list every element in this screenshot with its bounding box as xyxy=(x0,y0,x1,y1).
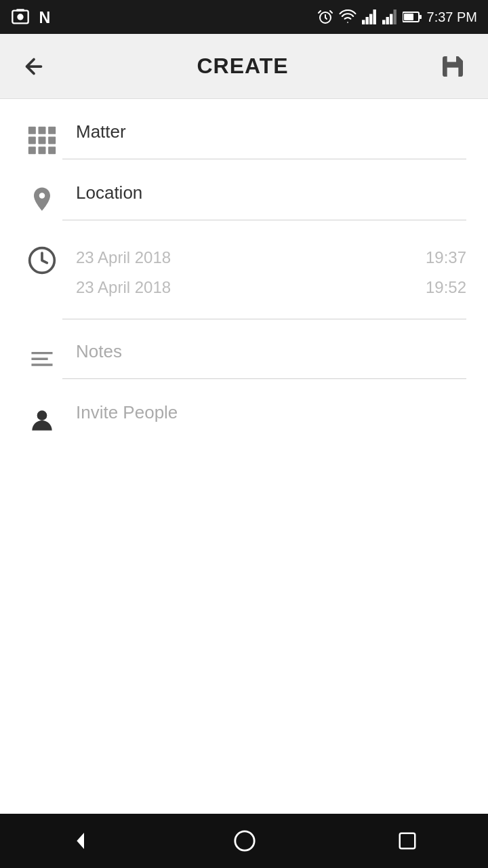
back-arrow-icon xyxy=(22,54,46,79)
n-icon: N xyxy=(37,7,56,26)
invite-input-area[interactable]: Invite People xyxy=(62,402,466,439)
notes-placeholder: Notes xyxy=(76,341,122,361)
matter-input-area[interactable]: Matter xyxy=(62,121,466,159)
svg-rect-12 xyxy=(393,9,396,24)
start-date: 23 April 2018 xyxy=(76,248,171,267)
svg-rect-11 xyxy=(390,14,392,24)
page-title: CREATE xyxy=(197,54,288,79)
svg-rect-24 xyxy=(48,146,56,154)
svg-rect-15 xyxy=(420,15,422,19)
matter-row[interactable]: Matter xyxy=(0,99,488,160)
svg-rect-18 xyxy=(48,127,56,134)
save-button[interactable] xyxy=(434,47,472,85)
svg-point-1 xyxy=(17,14,23,20)
nav-home-button[interactable] xyxy=(206,823,283,859)
location-icon xyxy=(28,185,56,218)
nav-back-icon xyxy=(70,830,92,852)
svg-rect-16 xyxy=(28,127,36,134)
app-bar: CREATE xyxy=(0,34,488,99)
svg-rect-10 xyxy=(386,17,388,24)
location-icon-wrapper xyxy=(22,185,62,218)
svg-rect-22 xyxy=(28,146,36,154)
time-section[interactable]: 23 April 2018 19:37 23 April 2018 19:52 xyxy=(0,221,488,319)
photo-icon xyxy=(11,7,30,26)
svg-marker-27 xyxy=(77,833,84,849)
time-icon-wrapper xyxy=(22,243,62,275)
svg-rect-7 xyxy=(369,14,372,24)
svg-rect-6 xyxy=(365,17,368,24)
end-date: 23 April 2018 xyxy=(76,278,171,297)
status-icons-left: N xyxy=(11,7,56,26)
matter-icon-wrapper xyxy=(22,125,62,155)
save-icon xyxy=(439,53,466,80)
svg-rect-19 xyxy=(28,137,36,144)
location-input-area[interactable]: Location xyxy=(62,182,466,220)
person-icon xyxy=(27,406,57,435)
location-label: Location xyxy=(76,182,142,203)
svg-rect-23 xyxy=(39,146,46,154)
nav-home-icon xyxy=(233,829,256,852)
notes-icon-wrapper xyxy=(22,347,62,373)
invite-row[interactable]: Invite People xyxy=(0,379,488,440)
svg-rect-29 xyxy=(400,833,415,849)
nav-back-button[interactable] xyxy=(43,823,119,859)
svg-rect-14 xyxy=(404,14,413,20)
end-time: 19:52 xyxy=(426,278,466,297)
clock-icon xyxy=(27,245,57,275)
status-time: 7:37 PM xyxy=(427,9,477,25)
svg-rect-17 xyxy=(39,127,46,134)
nav-recents-button[interactable] xyxy=(370,824,445,858)
svg-rect-9 xyxy=(382,20,385,24)
matter-label: Matter xyxy=(76,121,126,142)
notes-icon xyxy=(28,347,56,373)
battery-icon xyxy=(403,10,422,24)
signal1-icon xyxy=(362,9,377,24)
time-input-area[interactable]: 23 April 2018 19:37 23 April 2018 19:52 xyxy=(62,243,466,319)
svg-rect-2 xyxy=(16,9,24,12)
svg-text:N: N xyxy=(39,9,51,26)
svg-rect-8 xyxy=(373,9,375,24)
location-row[interactable]: Location xyxy=(0,160,488,221)
status-icons-right: 7:37 PM xyxy=(317,9,477,25)
notes-row[interactable]: Notes xyxy=(0,319,488,379)
bottom-nav xyxy=(0,814,488,868)
end-time-row[interactable]: 23 April 2018 19:52 xyxy=(76,273,466,302)
svg-rect-20 xyxy=(39,137,46,144)
nav-recents-icon xyxy=(397,831,418,851)
form-content: Matter Location 23 April 2018 19:37 xyxy=(0,99,488,814)
start-time-row[interactable]: 23 April 2018 19:37 xyxy=(76,243,466,273)
wifi-icon xyxy=(339,9,357,24)
start-time: 19:37 xyxy=(426,248,466,267)
alarm-icon xyxy=(317,9,333,25)
invite-label: Invite People xyxy=(76,402,178,422)
svg-point-28 xyxy=(235,831,254,850)
svg-rect-5 xyxy=(362,20,365,24)
notes-input-area[interactable]: Notes xyxy=(62,341,466,379)
signal2-icon xyxy=(382,9,397,24)
status-bar: N xyxy=(0,0,488,34)
svg-rect-21 xyxy=(48,137,56,144)
svg-point-26 xyxy=(37,410,47,420)
matter-icon xyxy=(27,125,57,155)
back-button[interactable] xyxy=(16,49,52,84)
invite-icon-wrapper xyxy=(22,406,62,435)
